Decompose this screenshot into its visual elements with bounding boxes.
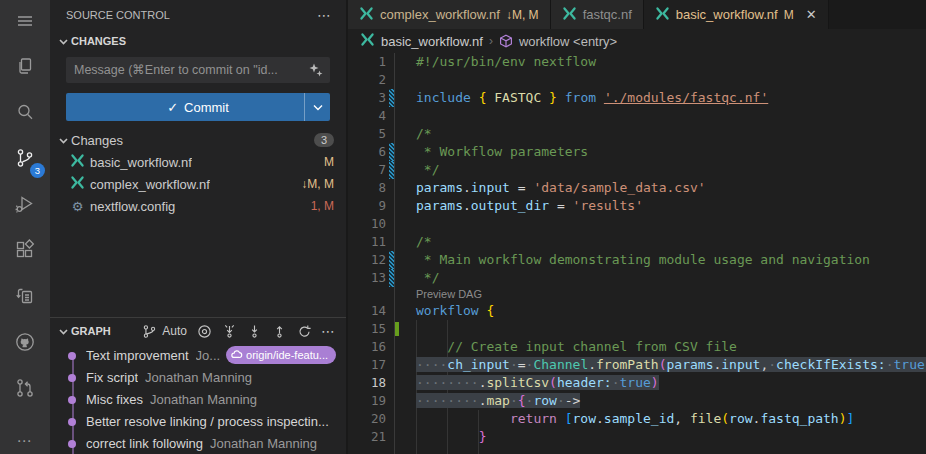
changes-count-badge: 3 bbox=[314, 133, 334, 147]
document-arrow-icon bbox=[14, 285, 36, 310]
code-line-6[interactable]: 6 * Workflow parameters bbox=[348, 143, 926, 161]
line-number: 21 bbox=[348, 428, 386, 446]
gutter-modified-marker bbox=[389, 89, 394, 107]
tab-basic_workflow.nf[interactable]: basic_workflow.nfM✕ bbox=[644, 0, 829, 29]
line-number: 10 bbox=[348, 215, 386, 233]
sidebar-item-search[interactable] bbox=[0, 90, 50, 136]
tab-label: complex_workflow.nf bbox=[380, 7, 500, 22]
target-icon[interactable] bbox=[196, 323, 212, 339]
line-number: 19 bbox=[348, 392, 386, 410]
sidebar-item-explorer[interactable] bbox=[0, 44, 50, 90]
gutter-added-marker bbox=[395, 322, 399, 336]
gutter-modified-marker bbox=[389, 251, 394, 269]
check-icon: ✓ bbox=[167, 100, 178, 115]
line-number: 5 bbox=[348, 125, 386, 143]
push-icon[interactable] bbox=[271, 323, 287, 339]
sidebar-item-extensions[interactable] bbox=[0, 228, 50, 274]
changes-section-header[interactable]: CHANGES bbox=[50, 30, 346, 52]
graph-section-title: GRAPH bbox=[71, 325, 111, 337]
breadcrumb-file[interactable]: basic_workflow.nf bbox=[381, 34, 483, 49]
commit-row[interactable]: Better resolve linking / process inspect… bbox=[50, 410, 346, 432]
tab-fastqc.nf[interactable]: fastqc.nf bbox=[551, 0, 644, 29]
code-line-8[interactable]: 8params.input = 'data/sample_data.csv' bbox=[348, 179, 926, 197]
code-line-13[interactable]: 13 */ bbox=[348, 269, 926, 287]
symbol-cube-icon bbox=[499, 34, 513, 48]
panel-title: SOURCE CONTROL bbox=[66, 9, 170, 21]
code-line-11[interactable]: 11/* bbox=[348, 233, 926, 251]
code-line-9[interactable]: 9params.output_dir = 'results' bbox=[348, 197, 926, 215]
commit-message: Fix script bbox=[86, 370, 138, 385]
sidebar-item-pull-requests[interactable] bbox=[0, 366, 50, 412]
gear-icon: ⚙ bbox=[70, 200, 85, 213]
sidebar-item-run-debug[interactable] bbox=[0, 182, 50, 228]
extensions-icon bbox=[14, 239, 36, 264]
tab-label: fastqc.nf bbox=[583, 7, 632, 22]
file-name: nextflow.config bbox=[90, 199, 175, 214]
commit-row[interactable]: correct link followingJonathan Manning bbox=[50, 432, 346, 454]
tab-git-decoration: ↓M, M bbox=[506, 8, 539, 22]
changes-file-list: basic_workflow.nfMcomplex_workflow.nf↓M,… bbox=[50, 151, 346, 217]
nextflow-file-icon bbox=[70, 153, 85, 171]
code-line-14[interactable]: 14workflow { bbox=[348, 302, 926, 320]
branch-badge[interactable]: origin/ide-featu... bbox=[226, 346, 336, 364]
code-line-15[interactable]: 15 bbox=[348, 320, 926, 338]
file-row-complex_workflow.nf[interactable]: complex_workflow.nf↓M, M bbox=[50, 173, 346, 195]
refresh-icon[interactable] bbox=[296, 323, 312, 339]
code-line-7[interactable]: 7 */ bbox=[348, 161, 926, 179]
code-line-1[interactable]: 1#!/usr/bin/env nextflow bbox=[348, 53, 926, 71]
code-line-10[interactable]: 10 bbox=[348, 215, 926, 233]
sparkle-ai-icon[interactable] bbox=[308, 62, 324, 78]
commit-row[interactable]: Text improvementJo...origin/ide-featu... bbox=[50, 344, 346, 366]
commit-dropdown-button[interactable] bbox=[304, 93, 330, 121]
close-icon[interactable]: ✕ bbox=[806, 7, 817, 22]
file-name: complex_workflow.nf bbox=[90, 177, 210, 192]
code-line-18[interactable]: 18········.splitCsv(header:·true) bbox=[348, 374, 926, 392]
sidebar-item-github[interactable] bbox=[0, 320, 50, 366]
code-line-16[interactable]: 16 // Create input channel from CSV file bbox=[348, 338, 926, 356]
code-line-21[interactable]: 21 } bbox=[348, 428, 926, 446]
graph-panel: GRAPH Auto ⋯ Text improvementJo...origin… bbox=[50, 317, 346, 454]
line-number: 14 bbox=[348, 302, 386, 320]
tab-label: basic_workflow.nf bbox=[676, 7, 778, 22]
file-row-nextflow.config[interactable]: ⚙nextflow.config1, M bbox=[50, 195, 346, 217]
commit-row[interactable]: Fix scriptJonathan Manning bbox=[50, 366, 346, 388]
hamburger-icon bbox=[14, 10, 36, 35]
code-line-17[interactable]: 17····ch_input·=·Channel.fromPath(params… bbox=[348, 356, 926, 374]
code-editor[interactable]: 1#!/usr/bin/env nextflow23include { FAST… bbox=[348, 53, 926, 454]
graph-auto-toggle[interactable]: Auto bbox=[162, 324, 187, 338]
menu-button[interactable] bbox=[0, 0, 50, 44]
chevron-down-icon[interactable] bbox=[55, 323, 71, 339]
activity-more-button[interactable]: ⋯ bbox=[17, 432, 34, 450]
code-line-20[interactable]: 20 return [row.sample_id, file(row.fastq… bbox=[348, 410, 926, 428]
graph-more-button[interactable]: ⋯ bbox=[321, 323, 336, 339]
breadcrumb-symbol[interactable]: workflow <entry> bbox=[519, 34, 617, 49]
code-line-19[interactable]: 19········.map·{·row·-> bbox=[348, 392, 926, 410]
code-line-3[interactable]: 3include { FASTQC } from './modules/fast… bbox=[348, 89, 926, 107]
line-number: 16 bbox=[348, 338, 386, 356]
line-number: 2 bbox=[348, 71, 386, 89]
tab-git-decoration: M bbox=[784, 8, 794, 22]
code-line-2[interactable]: 2 bbox=[348, 71, 926, 89]
sidebar-item-references[interactable] bbox=[0, 274, 50, 320]
commit-row[interactable]: Misc fixesJonathan Manning bbox=[50, 388, 346, 410]
gutter-modified-marker bbox=[389, 269, 394, 287]
pull-icon[interactable] bbox=[246, 323, 262, 339]
file-row-basic_workflow.nf[interactable]: basic_workflow.nfM bbox=[50, 151, 346, 173]
panel-more-actions-button[interactable]: ⋯ bbox=[317, 7, 332, 23]
code-line-5[interactable]: 5/* bbox=[348, 125, 926, 143]
fetch-icon[interactable] bbox=[221, 323, 237, 339]
line-number: 9 bbox=[348, 197, 386, 215]
commit-button[interactable]: ✓Commit bbox=[66, 93, 330, 121]
code-line-4[interactable]: 4 bbox=[348, 107, 926, 125]
tab-complex_workflow.nf[interactable]: complex_workflow.nf↓M, M bbox=[348, 0, 551, 29]
sidebar-item-source-control[interactable]: 3 bbox=[0, 136, 50, 182]
commit-dot-icon bbox=[68, 396, 76, 404]
changes-tree-header[interactable]: Changes 3 bbox=[50, 129, 346, 151]
git-branch-icon[interactable] bbox=[141, 323, 157, 339]
nextflow-file-icon bbox=[359, 6, 374, 24]
code-line-12[interactable]: 12 * Main workflow demonstrating module … bbox=[348, 251, 926, 269]
commit-message-input[interactable] bbox=[66, 57, 330, 83]
codelens-preview-dag[interactable]: Preview DAG bbox=[348, 287, 926, 302]
chevron-down-icon bbox=[55, 132, 71, 148]
commit-message: correct link following bbox=[86, 436, 203, 451]
